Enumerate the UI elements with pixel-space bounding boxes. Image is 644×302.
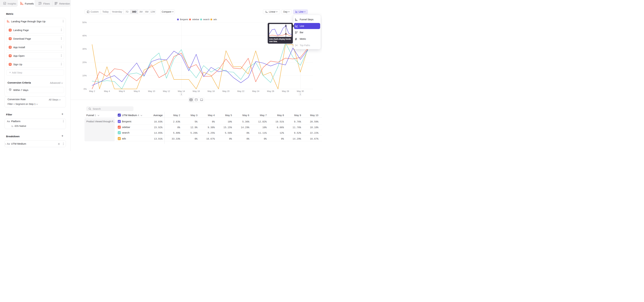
svg-text:May 28: May 28 bbox=[282, 90, 289, 92]
svg-text:May 8: May 8 bbox=[134, 90, 140, 92]
svg-text:40%: 40% bbox=[82, 34, 87, 37]
svg-text:May 2: May 2 bbox=[89, 90, 95, 92]
svg-text:May 16: May 16 bbox=[193, 90, 200, 92]
svg-text:May 18: May 18 bbox=[208, 90, 215, 92]
svg-text:May 4: May 4 bbox=[104, 90, 110, 92]
svg-text:May 24: May 24 bbox=[252, 90, 259, 92]
svg-text:0%: 0% bbox=[84, 88, 87, 90]
svg-text:May 22: May 22 bbox=[237, 90, 244, 92]
svg-text:May 10: May 10 bbox=[148, 90, 155, 92]
svg-text:10%: 10% bbox=[82, 74, 87, 77]
svg-text:50%: 50% bbox=[82, 21, 87, 24]
svg-text:May 30: May 30 bbox=[297, 90, 304, 92]
svg-text:May 12: May 12 bbox=[163, 90, 170, 92]
svg-text:May 14: May 14 bbox=[178, 90, 185, 92]
svg-text:May 26: May 26 bbox=[267, 90, 274, 92]
svg-text:May 6: May 6 bbox=[119, 90, 125, 92]
svg-text:May 20: May 20 bbox=[222, 90, 230, 92]
svg-text:30%: 30% bbox=[82, 48, 87, 50]
svg-text:20%: 20% bbox=[82, 61, 87, 64]
